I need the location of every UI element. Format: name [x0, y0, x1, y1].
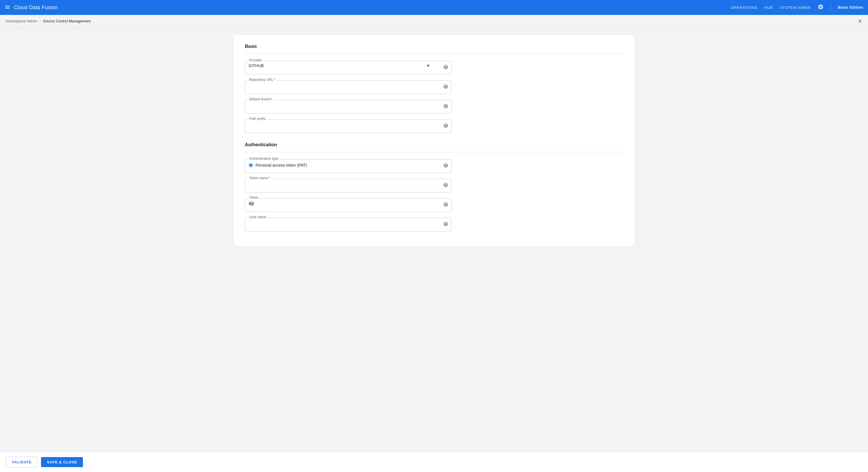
token-name-label: Token name*	[248, 176, 271, 180]
visibility-off-icon[interactable]	[249, 201, 254, 208]
provider-field-wrapper: Provider GITHUB GITLAB BITBUCKET ▾	[245, 61, 452, 74]
token-field-wrapper: Token	[245, 198, 452, 212]
settings-icon[interactable]	[817, 4, 824, 11]
nav-hub[interactable]: HUB	[764, 5, 773, 10]
path-prefix-field-group: Path prefix	[245, 119, 452, 133]
user-name-field-group: User name	[245, 217, 452, 231]
basic-section-title: Basic	[245, 44, 623, 49]
path-prefix-label: Path prefix	[248, 117, 267, 121]
user-name-label: User name	[248, 215, 267, 219]
provider-field-group: Provider GITHUB GITLAB BITBUCKET ▾	[245, 61, 452, 74]
default-branch-input[interactable]	[249, 102, 440, 107]
path-prefix-help-icon[interactable]	[443, 123, 448, 129]
token-help-icon[interactable]	[443, 202, 448, 208]
basic-section: Basic Provider GITHUB GITLAB BITBUCKET ▾	[245, 44, 623, 133]
token-field-group: Token	[245, 198, 452, 212]
auth-type-pat-radio[interactable]	[249, 163, 253, 167]
validate-button[interactable]: VALIDATE	[6, 457, 38, 467]
repository-url-input[interactable]	[249, 83, 440, 88]
repository-url-help-icon[interactable]	[443, 84, 448, 90]
save-close-button[interactable]: SAVE & CLOSE	[41, 457, 83, 467]
repository-url-field-wrapper: Repository URL*	[245, 80, 452, 94]
user-name-help-icon[interactable]	[443, 222, 448, 228]
auth-type-help-icon[interactable]	[443, 163, 448, 169]
auth-section-title: Authentication	[245, 142, 623, 147]
topbar-right: OPERATIONS HUB SYSTEM ADMIN Basic Editio…	[731, 3, 863, 12]
breadcrumb-bar: Namespace Admin › Source Control Managem…	[0, 15, 868, 28]
nav-system-admin[interactable]: SYSTEM ADMIN	[780, 5, 811, 10]
default-branch-help-icon[interactable]	[443, 103, 448, 110]
action-bar: VALIDATE SAVE & CLOSE	[0, 452, 868, 472]
token-name-field-wrapper: Token name*	[245, 179, 452, 193]
path-prefix-field-wrapper: Path prefix	[245, 119, 452, 133]
default-branch-field-group: Default branch	[245, 100, 452, 113]
app-title: Cloud Data Fusion	[14, 5, 57, 11]
topbar-left: Cloud Data Fusion	[5, 4, 731, 11]
breadcrumb: Namespace Admin › Source Control Managem…	[6, 19, 858, 23]
default-branch-field-wrapper: Default branch	[245, 100, 452, 113]
user-name-field-wrapper: User name	[245, 217, 452, 231]
auth-type-field-wrapper: Authentication type Personal access toke…	[245, 159, 452, 173]
path-prefix-input[interactable]	[249, 122, 440, 127]
token-name-help-icon[interactable]	[443, 182, 448, 189]
authentication-section: Authentication Authentication type Perso…	[245, 142, 623, 231]
auth-type-pat-option: Personal access token (PAT)	[249, 162, 440, 169]
menu-icon[interactable]	[5, 4, 10, 11]
token-input[interactable]	[257, 202, 440, 207]
breadcrumb-parent[interactable]: Namespace Admin	[6, 19, 37, 23]
token-label: Token	[248, 196, 259, 199]
repository-url-label: Repository URL*	[248, 78, 276, 81]
token-name-field-group: Token name*	[245, 179, 452, 193]
auth-type-field-group: Authentication type Personal access toke…	[245, 159, 452, 173]
topbar: Cloud Data Fusion OPERATIONS HUB SYSTEM …	[0, 0, 868, 15]
close-icon[interactable]: ✕	[858, 18, 862, 24]
token-name-input[interactable]	[249, 181, 440, 186]
provider-label: Provider	[248, 59, 263, 62]
topbar-divider	[831, 3, 831, 12]
provider-select-wrapper: GITHUB GITLAB BITBUCKET ▾	[249, 63, 440, 68]
auth-section-divider	[245, 152, 623, 152]
auth-type-label: Authentication type	[248, 157, 280, 160]
breadcrumb-current: Source Control Management	[43, 19, 90, 23]
basic-section-divider	[245, 54, 623, 54]
provider-select[interactable]: GITHUB GITLAB BITBUCKET	[249, 63, 440, 68]
user-name-input[interactable]	[249, 220, 440, 225]
topbar-edition: Basic Edition	[838, 5, 863, 10]
main-content: Basic Provider GITHUB GITLAB BITBUCKET ▾	[0, 28, 868, 472]
edition-label: Basic Edition	[838, 5, 863, 10]
auth-type-pat-label: Personal access token (PAT)	[255, 163, 307, 167]
provider-help-icon[interactable]	[443, 65, 448, 71]
form-card: Basic Provider GITHUB GITLAB BITBUCKET ▾	[233, 34, 635, 247]
repository-url-field-group: Repository URL*	[245, 80, 452, 94]
breadcrumb-separator: ›	[39, 19, 40, 23]
default-branch-label: Default branch	[248, 98, 273, 101]
nav-operations[interactable]: OPERATIONS	[731, 5, 757, 10]
